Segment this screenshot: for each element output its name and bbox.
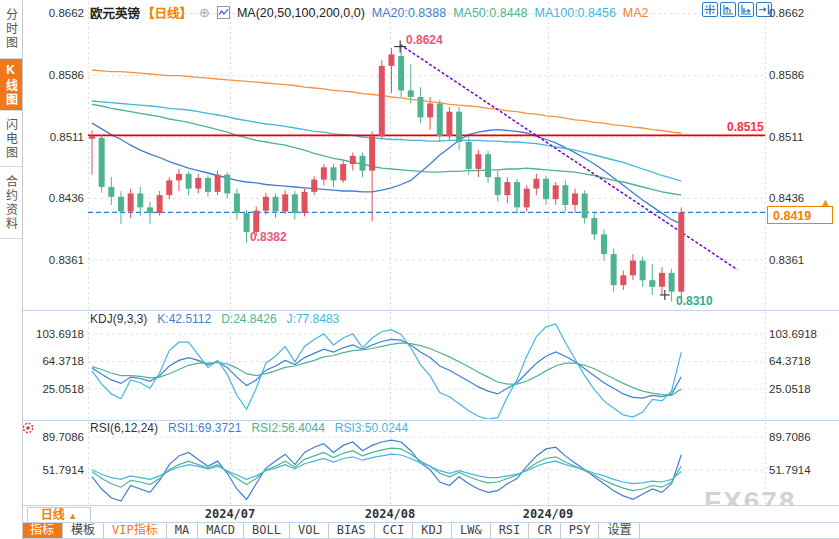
time-axis-row: 日线 ▲ 2024/07 2024/08 2024/09	[22, 505, 839, 522]
kdj-axis-label: 64.3718	[26, 355, 84, 367]
period-selector[interactable]: 日线 ▲	[27, 507, 91, 523]
rsi-axis-label: 51.7914	[769, 464, 811, 476]
toolbar-item-boll[interactable]: BOLL	[244, 523, 290, 538]
price-axis-label: 0.8436	[26, 192, 84, 204]
kdj-axis-label: 64.3718	[769, 355, 811, 367]
chart-type-sidebar: 分时图 K线图 闪电图 合约资料	[0, 0, 23, 539]
indicator-toolbar: 指标 模板 VIP指标 MA MACD BOLL VOL BIAS CCI KD…	[22, 522, 839, 539]
zoom-y-axis-icon[interactable]	[720, 2, 736, 17]
kdj-axis-label: 103.6918	[26, 328, 84, 340]
ma50-value: MA50:0.8448	[453, 6, 527, 20]
toolbar-item-ma[interactable]: MA	[167, 523, 198, 538]
time-tick: 2024/07	[200, 507, 260, 521]
toolbar-item-bias[interactable]: BIAS	[329, 523, 375, 538]
price-axis-label: 0.8662	[769, 7, 804, 19]
peak-price-label: 0.8624	[406, 33, 443, 47]
kdj-axis-label: 25.0518	[26, 383, 84, 395]
rsi1-value: RSI1:69.3721	[168, 421, 241, 435]
toolbar-item-lw[interactable]: LW&	[452, 523, 491, 538]
period-selector-label: 日线	[41, 508, 65, 522]
toolbar-item-indicators[interactable]: 指标	[22, 523, 63, 538]
chart-header: 欧元英镑【日线】 ⊕ MA(20,50,100,200,0,0) MA20:0.…	[90, 3, 649, 22]
zoom-x-axis-icon[interactable]	[738, 2, 754, 17]
price-axis-label: 0.8436	[769, 192, 804, 204]
kdj-d-value: D:24.8426	[221, 312, 276, 326]
add-indicator-icon[interactable]: ⊕	[199, 5, 210, 20]
rsi-header: RSI(6,12,24) RSI1:69.3721 RSI2:56.4044 R…	[90, 421, 408, 435]
ma100-value: MA100:0.8456	[535, 6, 616, 20]
rsi3-value: RSI3:50.0244	[335, 421, 408, 435]
current-price-box: 0.8419	[767, 206, 833, 224]
toolbar-item-kdj[interactable]: KDJ	[413, 523, 452, 538]
period-label: 【日线】	[142, 3, 192, 22]
time-tick: 2024/08	[360, 507, 420, 521]
kdj-axis-label: 103.6918	[769, 328, 817, 340]
kdj-j-value: J:77.8483	[287, 312, 340, 326]
toolbar-item-cr[interactable]: CR	[529, 523, 560, 538]
price-axis-label: 0.8586	[26, 69, 84, 81]
toolbar-item-psy[interactable]: PSY	[561, 523, 600, 538]
kdj-k-value: K:42.5112	[157, 312, 211, 326]
price-axis-label: 0.8361	[26, 254, 84, 266]
low-price-label: 0.8310	[676, 294, 713, 308]
sidebar-item-contract-info[interactable]: 合约资料	[0, 167, 22, 239]
price-axis-label: 0.8511	[26, 131, 84, 143]
ma-settings-label: MA(20,50,100,200,0,0)	[237, 6, 365, 20]
rsi-title: RSI(6,12,24)	[90, 421, 158, 435]
toolbar-item-rsi[interactable]: RSI	[491, 523, 530, 538]
toolbar-item-vol[interactable]: VOL	[290, 523, 329, 538]
rsi-axis-label: 89.7086	[26, 431, 84, 443]
sidebar-item-kline-chart[interactable]: K线图	[0, 59, 22, 111]
toolbar-item-cci[interactable]: CCI	[375, 523, 414, 538]
rsi2-value: RSI2:56.4044	[251, 421, 324, 435]
chart-tools	[702, 2, 772, 17]
toolbar-item-templates[interactable]: 模板	[63, 523, 104, 538]
resistance-price-label: 0.8515	[727, 120, 764, 134]
price-up-arrow-icon: ▲	[820, 196, 831, 208]
toolbar-item-settings[interactable]: 设置	[599, 523, 640, 538]
price-axis-label: 0.8586	[769, 69, 804, 81]
toolbar-item-macd[interactable]: MACD	[198, 523, 244, 538]
ma200-value: MA2	[623, 6, 649, 20]
chart-style-icon[interactable]	[217, 6, 230, 19]
price-axis-label: 0.8511	[769, 131, 803, 143]
ma20-value: MA20:0.8388	[372, 6, 446, 20]
sidebar-item-time-chart[interactable]: 分时图	[0, 0, 22, 59]
crosshair-move-icon[interactable]	[702, 2, 718, 17]
rsi-axis-label: 89.7086	[769, 431, 811, 443]
symbol-title: 欧元英镑	[90, 3, 140, 22]
kdj-axis-label: 25.0518	[769, 383, 811, 395]
price-axis-label: 0.8361	[769, 254, 804, 266]
chevron-up-icon: ▲	[68, 511, 77, 521]
july-low-price-label: 0.8382	[250, 230, 287, 244]
kdj-title: KDJ(9,3,3)	[90, 312, 147, 326]
price-axis-label: 0.8662	[26, 7, 84, 19]
kdj-header: KDJ(9,3,3) K:42.5112 D:24.8426 J:77.8483	[90, 312, 339, 326]
price-chart-canvas[interactable]	[0, 0, 839, 539]
sidebar-item-lightning-chart[interactable]: 闪电图	[0, 111, 22, 167]
trading-app: FX678 分时图 K线图 闪电图 合约资料 欧元英镑【日线】 ⊕ MA(20,…	[0, 0, 839, 539]
rsi-axis-label: 51.7914	[26, 464, 84, 476]
toolbar-item-vip-indicators[interactable]: VIP指标	[104, 523, 167, 538]
time-tick: 2024/09	[518, 507, 578, 521]
